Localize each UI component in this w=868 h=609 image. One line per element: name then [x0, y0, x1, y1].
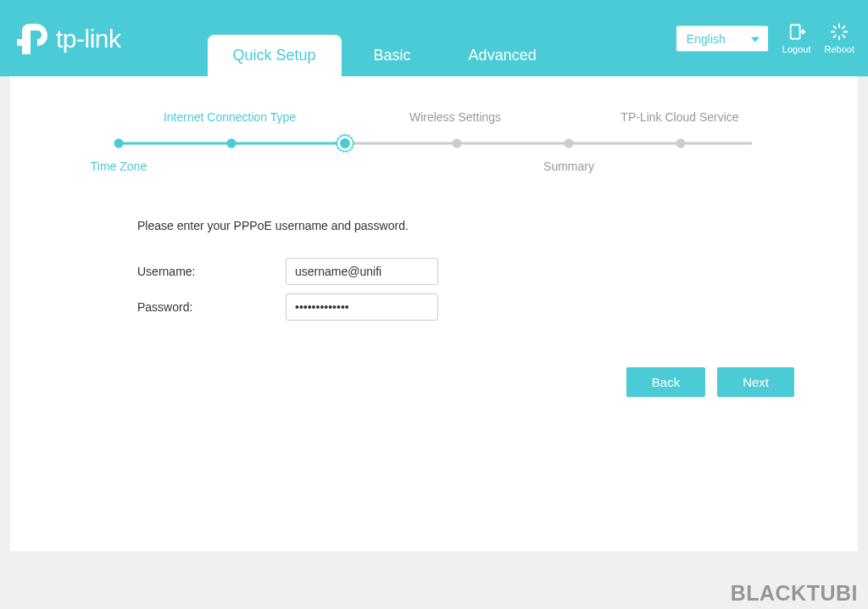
step-dot-5 — [565, 139, 574, 148]
pppoe-form: Please enter your PPPoE username and pas… — [137, 219, 731, 321]
svg-line-3 — [834, 26, 837, 29]
nav-buttons: Back Next — [74, 367, 794, 397]
brand-text: tp-link — [56, 25, 121, 53]
svg-rect-0 — [790, 25, 799, 39]
reboot-label: Reboot — [825, 44, 854, 54]
header: tp-link Quick Setup Basic Advanced Engli… — [0, 0, 868, 76]
watermark: BLACKTUBI — [731, 581, 858, 606]
tab-advanced[interactable]: Advanced — [443, 35, 562, 76]
step-dot-6 — [676, 139, 686, 148]
step-label-wireless: Wireless Settings — [409, 110, 501, 124]
reboot-button[interactable]: Reboot — [825, 23, 854, 54]
main-tabs: Quick Setup Basic Advanced — [208, 0, 569, 76]
brand-logo: tp-link — [14, 20, 121, 58]
step-label-summary: Summary — [543, 159, 594, 173]
logout-button[interactable]: Logout — [782, 23, 811, 54]
step-label-timezone: Time Zone — [91, 159, 147, 173]
password-input[interactable] — [286, 293, 438, 321]
step-dot-1 — [114, 139, 124, 148]
step-label-internet: Internet Connection Type — [164, 110, 296, 124]
logout-label: Logout — [782, 44, 811, 54]
next-button[interactable]: Next — [717, 367, 794, 397]
language-select[interactable]: English — [676, 25, 769, 52]
setup-stepper: Internet Connection Type Wireless Settin… — [112, 110, 756, 176]
step-label-cloud: TP-Link Cloud Service — [620, 110, 738, 124]
header-controls: English Logout Reboot — [676, 23, 854, 54]
content-panel: Internet Connection Type Wireless Settin… — [10, 76, 858, 551]
password-label: Password: — [137, 300, 286, 314]
reboot-icon — [830, 23, 849, 42]
tab-quick-setup[interactable]: Quick Setup — [208, 35, 342, 76]
step-dot-2 — [227, 139, 236, 148]
step-dot-3-current — [340, 138, 350, 148]
logout-icon — [787, 23, 806, 42]
svg-line-4 — [843, 35, 845, 37]
step-line-pending — [345, 142, 752, 145]
language-value: English — [687, 31, 726, 45]
tp-link-logo-icon — [14, 20, 51, 58]
password-row: Password: — [137, 293, 731, 321]
tab-basic[interactable]: Basic — [348, 35, 437, 76]
step-dot-4 — [453, 139, 462, 148]
username-label: Username: — [137, 265, 286, 278]
username-input[interactable] — [286, 258, 438, 285]
svg-line-8 — [843, 26, 845, 29]
form-instruction: Please enter your PPPoE username and pas… — [137, 219, 731, 232]
svg-line-7 — [834, 35, 837, 37]
back-button[interactable]: Back — [626, 367, 705, 397]
username-row: Username: — [137, 258, 731, 285]
